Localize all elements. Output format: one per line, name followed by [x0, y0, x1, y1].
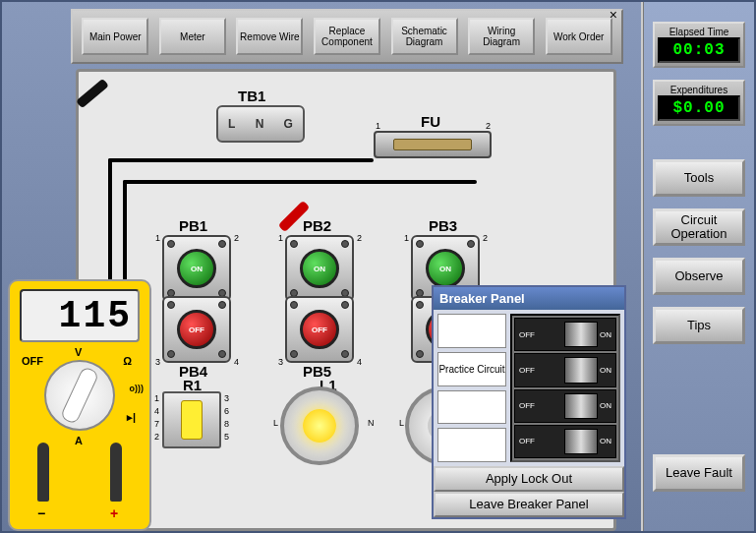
elapsed-time-value: 00:03 — [658, 37, 740, 63]
breaker-label-4 — [437, 428, 506, 462]
dial-ohm: Ω — [123, 355, 132, 367]
meter-reading: 115 — [20, 289, 140, 342]
pb5-button[interactable]: OFF — [285, 296, 354, 363]
breaker-label-3 — [437, 390, 506, 425]
probe-black-icon[interactable] — [74, 76, 113, 115]
main-power-button[interactable]: Main Power — [82, 18, 148, 55]
tb1-G: G — [284, 117, 293, 131]
expenditures-value: $0.00 — [658, 95, 740, 121]
probe-pos-icon[interactable] — [102, 443, 130, 521]
pb2-button[interactable]: ON — [285, 235, 354, 302]
breaker-switches: OFFON OFFON OFFON OFFON — [510, 314, 620, 462]
circuit-operation-button[interactable]: Circuit Operation — [653, 208, 745, 246]
toolbar: Main Power Meter Remove Wire Replace Com… — [71, 9, 623, 64]
dial-sound: o))) — [130, 384, 145, 393]
observe-button[interactable]: Observe — [653, 258, 745, 295]
l1-L: L — [273, 418, 278, 428]
work-order-button[interactable]: Work Order — [546, 18, 612, 55]
multimeter[interactable]: 115 OFF V Ω o))) ▸| A — [8, 279, 151, 531]
l2-L: L — [399, 418, 404, 428]
tb1-terminal-block[interactable]: L N G — [216, 105, 305, 143]
dial-a: A — [75, 435, 83, 446]
dial-diode: ▸| — [127, 411, 136, 424]
breaker-label-1 — [437, 314, 506, 348]
breaker-switch-1[interactable]: OFFON — [514, 318, 616, 351]
apply-lock-out-button[interactable]: Apply Lock Out — [434, 466, 624, 492]
breaker-labels: Practice Circuit — [437, 314, 506, 462]
fu-pin2: 2 — [486, 121, 491, 131]
relay-r1[interactable] — [162, 391, 221, 448]
fu-pin1: 1 — [376, 121, 380, 131]
bulb-on-icon — [303, 409, 336, 443]
tb1-L: L — [228, 117, 235, 131]
breaker-switch-3[interactable]: OFFON — [514, 389, 616, 423]
pb1-label: PB1 — [179, 217, 207, 234]
wiring-diagram-button[interactable]: Wiring Diagram — [468, 18, 535, 55]
breaker-switch-4[interactable]: OFFON — [514, 425, 616, 458]
pb3-label: PB3 — [429, 217, 457, 234]
expenditures-label: Expenditures — [658, 85, 740, 95]
right-rail: Elapsed Time 00:03 Expenditures $0.00 To… — [641, 2, 754, 531]
probe-neg-icon[interactable] — [29, 443, 57, 521]
pb1-button[interactable]: ON — [162, 235, 231, 302]
fu-label: FU — [421, 113, 440, 130]
tools-button[interactable]: Tools — [653, 159, 745, 197]
pb4-button[interactable]: OFF — [162, 296, 231, 363]
tb1-label: TB1 — [238, 88, 265, 104]
breaker-switch-2[interactable]: OFFON — [514, 353, 616, 386]
l1-N: N — [368, 418, 375, 428]
elapsed-time-label: Elapsed Time — [658, 27, 740, 37]
leave-breaker-panel-button[interactable]: Leave Breaker Panel — [434, 492, 624, 517]
remove-wire-button[interactable]: Remove Wire — [236, 18, 303, 55]
fuse[interactable] — [374, 131, 492, 158]
dial-v: V — [75, 346, 82, 358]
breaker-label-2: Practice Circuit — [437, 352, 506, 386]
expenditures-box: Expenditures $0.00 — [653, 80, 745, 126]
meter-dial[interactable] — [44, 360, 115, 431]
leave-fault-button[interactable]: Leave Fault — [653, 454, 745, 492]
schematic-diagram-button[interactable]: Schematic Diagram — [391, 18, 458, 55]
elapsed-time-box: Elapsed Time 00:03 — [653, 22, 745, 68]
tb1-N: N — [256, 117, 264, 131]
light-l1[interactable] — [280, 386, 359, 465]
replace-component-button[interactable]: Replace Component — [314, 18, 380, 55]
meter-button[interactable]: Meter — [159, 18, 226, 55]
probe-red-icon[interactable] — [275, 199, 315, 238]
breaker-panel-title: Breaker Panel — [434, 287, 624, 310]
dial-off: OFF — [22, 355, 43, 367]
breaker-panel-dialog: Breaker Panel Practice Circuit OFFON OFF… — [432, 285, 626, 519]
tips-button[interactable]: Tips — [653, 307, 745, 344]
